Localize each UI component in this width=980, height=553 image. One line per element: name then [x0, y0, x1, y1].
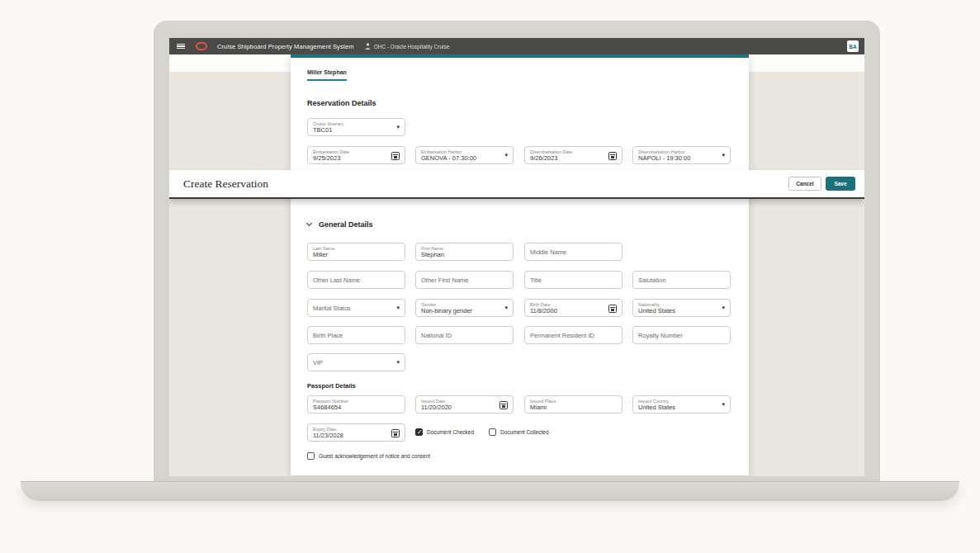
issued-place-field[interactable]: Issued Place Miami: [524, 395, 623, 414]
issued-country-select[interactable]: Issued Country United States ▾: [632, 395, 731, 414]
user-icon: [365, 43, 371, 50]
chevron-down-icon: ▾: [504, 152, 508, 158]
field-value: Miami: [530, 404, 547, 411]
field-value: United States: [638, 404, 675, 411]
field-placeholder: Title: [530, 276, 542, 284]
calendar-icon[interactable]: [608, 152, 617, 160]
document-collected-checkbox-row: Document Collected: [489, 428, 549, 436]
field-value: Non-binary gender: [421, 307, 472, 314]
salutation-field[interactable]: Salutation: [632, 271, 731, 289]
checkbox-label: Document Collected: [500, 429, 549, 435]
embarkation-harbor-select[interactable]: Embarkation Harbor GENOVA - 07:30:00 ▾: [415, 146, 514, 164]
reservation-modal: Miller Stephan Reservation Details Cruis…: [291, 54, 749, 475]
expiry-date-field[interactable]: Expiry Date 11/23/2028: [307, 423, 405, 442]
calendar-icon[interactable]: [608, 305, 617, 313]
save-button[interactable]: Save: [826, 177, 855, 191]
other-last-name-field[interactable]: Other Last Name: [307, 271, 405, 289]
nationality-select[interactable]: Nationality United States ▾: [632, 299, 731, 317]
chevron-down-icon: ▾: [504, 305, 508, 311]
laptop-base: [21, 481, 959, 501]
field-value: NAPOLI - 19:30:00: [638, 154, 690, 162]
checkbox-label: Guest acknowledgement of notice and cons…: [319, 453, 430, 459]
checkbox-label: Document Checked: [427, 429, 474, 435]
field-placeholder: Salutation: [638, 276, 665, 284]
product-title: OHC - Oracle Hospitality Cruise: [374, 44, 450, 50]
vip-select[interactable]: VIP ▾: [307, 353, 405, 371]
national-id-field[interactable]: National ID: [415, 326, 514, 344]
document-checked-checkbox-row: Document Checked: [415, 428, 474, 436]
field-value: GENOVA - 07:30:00: [421, 154, 476, 162]
field-placeholder: Birth Place: [313, 332, 343, 339]
chevron-down-icon: ▾: [396, 305, 400, 311]
menu-icon[interactable]: [177, 44, 185, 50]
create-reservation-banner: Create Reservation Cancel Save: [169, 170, 864, 199]
last-name-field[interactable]: Last Name Miller: [307, 243, 405, 261]
field-placeholder: Royalty Number: [638, 332, 683, 339]
field-placeholder: Other Last Name: [313, 276, 360, 284]
field-placeholder: Middle Name: [530, 248, 566, 256]
gender-select[interactable]: Gender Non-binary gender ▾: [415, 299, 514, 317]
field-value: 11/23/2028: [313, 432, 343, 439]
first-name-field[interactable]: First Name Stephan: [415, 243, 514, 261]
field-value: 9/26/2023: [530, 154, 557, 162]
user-avatar-badge[interactable]: BA: [847, 40, 859, 52]
field-value: 11/20/2020: [421, 404, 452, 411]
consent-checkbox[interactable]: [307, 452, 315, 460]
app-title: Cruise Shipboard Property Management Sys…: [217, 43, 354, 50]
app-header: Cruise Shipboard Property Management Sys…: [169, 38, 864, 54]
permanent-resident-id-field[interactable]: Permanent Resident ID: [524, 326, 623, 344]
birth-place-field[interactable]: Birth Place: [307, 326, 405, 344]
embarkation-date-field[interactable]: Embarkation Date 9/25/2023: [307, 146, 405, 164]
field-value: Stephan: [421, 251, 444, 258]
chevron-down-icon: ▾: [722, 152, 725, 158]
birth-date-field[interactable]: Birth Date 11/8/2000: [524, 299, 623, 317]
cruise-itinerary-select[interactable]: Cruise Itinerary TBC01 ▾: [307, 118, 405, 136]
field-placeholder: Marital Status: [313, 305, 351, 312]
field-value: Miller: [313, 251, 328, 258]
general-details-section-header[interactable]: General Details: [307, 220, 373, 229]
marital-status-select[interactable]: Marital Status ▾: [307, 299, 405, 317]
calendar-icon[interactable]: [391, 152, 400, 160]
cancel-button[interactable]: Cancel: [788, 177, 821, 191]
field-value: 9/25/2023: [313, 154, 340, 162]
consent-checkbox-row: Guest acknowledgement of notice and cons…: [307, 452, 430, 460]
reservation-details-heading: Reservation Details: [307, 99, 376, 107]
field-value: TBC01: [313, 126, 332, 134]
passport-number-field[interactable]: Passport Number S4684654: [307, 395, 405, 414]
document-checked-checkbox[interactable]: [415, 428, 423, 436]
royalty-number-field[interactable]: Royalty Number: [632, 326, 731, 344]
chevron-down-icon: ▾: [722, 401, 725, 408]
laptop-screen: Cruise Shipboard Property Management Sys…: [169, 38, 864, 476]
field-value: United States: [638, 307, 675, 314]
field-placeholder: Other First Name: [421, 276, 469, 284]
tab-guest-name[interactable]: Miller Stephan: [307, 69, 347, 81]
chevron-down-icon: ▾: [722, 305, 725, 311]
issued-date-field[interactable]: Issued Date 11/20/2020: [415, 395, 514, 414]
oracle-logo: [196, 42, 207, 50]
middle-name-field[interactable]: Middle Name: [524, 243, 623, 261]
field-placeholder: Permanent Resident ID: [530, 332, 594, 339]
disembarkation-date-field[interactable]: Disembarkation Date 9/26/2023: [524, 146, 623, 164]
disembarkation-harbor-select[interactable]: Disembarkation Harbor NAPOLI - 19:30:00 …: [632, 146, 731, 164]
chevron-down-icon: ▾: [396, 359, 400, 366]
field-value: S4684654: [313, 404, 341, 411]
chevron-down-icon: [306, 220, 312, 226]
chevron-down-icon: ▾: [396, 124, 400, 130]
passport-details-heading: Passport Details: [307, 382, 356, 390]
page-title: Create Reservation: [183, 177, 268, 191]
calendar-icon[interactable]: [499, 401, 508, 409]
field-placeholder: VIP: [313, 359, 323, 366]
calendar-icon[interactable]: [391, 429, 400, 437]
title-field[interactable]: Title: [524, 271, 623, 289]
general-details-heading: General Details: [319, 220, 373, 229]
other-first-name-field[interactable]: Other First Name: [415, 271, 514, 289]
field-placeholder: National ID: [421, 332, 452, 339]
field-value: 11/8/2000: [530, 307, 557, 314]
document-collected-checkbox[interactable]: [489, 428, 496, 436]
